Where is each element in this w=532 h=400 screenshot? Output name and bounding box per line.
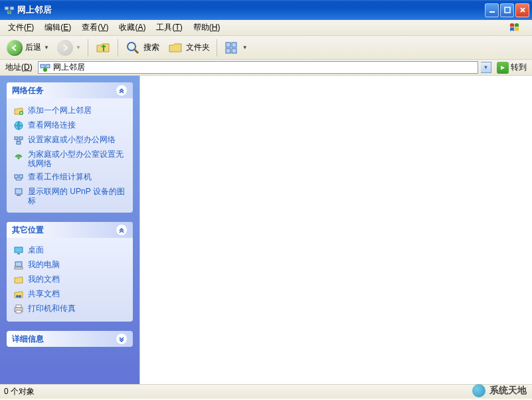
workgroup-icon xyxy=(13,172,24,183)
add-network-icon xyxy=(13,106,24,116)
collapse-icon xyxy=(116,224,128,236)
panel-body-network-tasks: 添加一个网上邻居 查看网络连接 设置家庭或小型办公网络 为家庭或小型办公室设置无… xyxy=(7,98,133,213)
task-show-upnp[interactable]: 显示联网的 UPnP 设备的图标 xyxy=(13,185,126,207)
network-setup-icon xyxy=(13,135,24,146)
status-text: 0 个对象 xyxy=(4,386,35,397)
place-printers[interactable]: 打印机和传真 xyxy=(13,302,126,316)
svg-rect-0 xyxy=(5,7,9,10)
panel-header-details[interactable]: 详细信息 xyxy=(7,331,133,347)
up-button[interactable] xyxy=(92,39,114,57)
panel-other-places: 其它位置 桌面 我的电脑 我的文档 共享文档 打印机和传真 xyxy=(7,222,133,322)
expand-icon xyxy=(116,333,128,345)
svg-point-3 xyxy=(8,11,11,13)
task-setup-home-network[interactable]: 设置家庭或小型办公网络 xyxy=(13,133,126,148)
svg-rect-17 xyxy=(19,137,23,140)
svg-rect-18 xyxy=(17,142,21,144)
place-my-documents[interactable]: 我的文档 xyxy=(13,272,126,287)
device-icon xyxy=(13,187,24,197)
network-places-icon xyxy=(40,62,50,73)
task-setup-wireless[interactable]: 为家庭或小型办公室设置无线网络 xyxy=(13,148,126,170)
task-add-network-place[interactable]: 添加一个网上邻居 xyxy=(13,104,126,118)
address-label: 地址(D) xyxy=(3,62,35,73)
svg-rect-8 xyxy=(232,43,236,47)
panel-details: 详细信息 xyxy=(7,331,133,347)
wireless-icon xyxy=(13,150,24,160)
back-button[interactable]: 后退 ▼ xyxy=(4,39,52,57)
globe-icon xyxy=(13,120,24,131)
search-icon xyxy=(125,40,141,56)
go-label: 转到 xyxy=(511,62,527,73)
address-dropdown-button[interactable]: ▼ xyxy=(481,62,491,73)
panel-header-other-places[interactable]: 其它位置 xyxy=(7,222,133,238)
panel-header-network-tasks[interactable]: 网络任务 xyxy=(7,82,133,98)
menu-edit[interactable]: 编辑(E) xyxy=(39,20,76,35)
toolbar-separator xyxy=(217,39,217,56)
svg-rect-4 xyxy=(489,11,495,13)
close-button[interactable] xyxy=(515,3,529,17)
title-bar: 网上邻居 xyxy=(0,0,532,20)
address-input[interactable]: 网上邻居 xyxy=(38,61,478,74)
back-label: 后退 xyxy=(25,42,41,53)
place-my-computer[interactable]: 我的电脑 xyxy=(13,258,126,272)
forward-arrow-icon xyxy=(57,40,73,56)
address-value: 网上邻居 xyxy=(53,62,476,73)
views-button[interactable]: ▼ xyxy=(221,39,250,57)
menu-file[interactable]: 文件(F) xyxy=(3,20,39,35)
menu-favorites[interactable]: 收藏(A) xyxy=(114,20,151,35)
folders-label: 文件夹 xyxy=(186,42,210,53)
panel-title: 详细信息 xyxy=(12,334,44,345)
maximize-button[interactable] xyxy=(500,3,514,17)
folders-button[interactable]: 文件夹 xyxy=(165,39,213,57)
svg-rect-5 xyxy=(505,7,510,13)
window-title: 网上邻居 xyxy=(17,4,485,16)
forward-button[interactable]: ▼ xyxy=(54,39,84,57)
svg-rect-1 xyxy=(10,7,14,10)
shared-folder-icon xyxy=(13,289,24,300)
toolbar-separator xyxy=(88,39,88,56)
menu-tools[interactable]: 工具(T) xyxy=(151,20,187,35)
svg-rect-12 xyxy=(46,64,50,68)
window-controls xyxy=(485,3,529,17)
search-label: 搜索 xyxy=(143,42,159,53)
svg-point-29 xyxy=(19,295,21,298)
task-view-workgroup[interactable]: 查看工作组计算机 xyxy=(13,170,126,185)
task-view-connections[interactable]: 查看网络连接 xyxy=(13,118,126,133)
minimize-button[interactable] xyxy=(485,3,499,17)
watermark-text: 系统天地 xyxy=(489,385,527,397)
svg-rect-7 xyxy=(226,43,230,47)
watermark: 系统天地 xyxy=(472,384,527,397)
folders-icon xyxy=(167,40,183,56)
svg-rect-25 xyxy=(17,253,20,254)
svg-point-28 xyxy=(16,295,19,298)
go-arrow-icon xyxy=(497,62,509,74)
menu-help[interactable]: 帮助(H) xyxy=(188,20,226,35)
views-dropdown-icon: ▼ xyxy=(242,45,248,50)
svg-rect-16 xyxy=(15,137,18,140)
svg-point-13 xyxy=(43,68,47,72)
network-places-icon xyxy=(4,5,15,15)
go-button[interactable]: 转到 xyxy=(494,62,529,74)
folder-up-icon xyxy=(95,40,111,56)
back-arrow-icon xyxy=(7,40,23,56)
place-shared-documents[interactable]: 共享文档 xyxy=(13,287,126,302)
place-desktop[interactable]: 桌面 xyxy=(13,243,126,258)
svg-rect-20 xyxy=(15,175,18,178)
search-button[interactable]: 搜索 xyxy=(122,39,162,57)
svg-rect-11 xyxy=(41,64,44,68)
svg-rect-26 xyxy=(15,262,22,266)
svg-rect-23 xyxy=(17,195,21,196)
panel-title: 网络任务 xyxy=(12,85,44,96)
toolbar: 后退 ▼ ▼ 搜索 文件夹 ▼ xyxy=(0,36,532,60)
back-dropdown-icon: ▼ xyxy=(44,45,49,50)
svg-rect-21 xyxy=(19,175,23,178)
computer-icon xyxy=(13,260,24,270)
printer-icon xyxy=(13,304,24,314)
svg-rect-27 xyxy=(15,267,23,269)
windows-logo-icon xyxy=(504,21,529,35)
documents-icon xyxy=(13,274,24,285)
main-area: 网络任务 添加一个网上邻居 查看网络连接 设置家庭或小型办公网络 为家庭或小型办… xyxy=(0,76,532,384)
menu-view[interactable]: 查看(V) xyxy=(76,20,114,35)
svg-rect-10 xyxy=(232,49,236,53)
svg-rect-22 xyxy=(15,189,22,194)
content-pane[interactable] xyxy=(139,76,532,384)
